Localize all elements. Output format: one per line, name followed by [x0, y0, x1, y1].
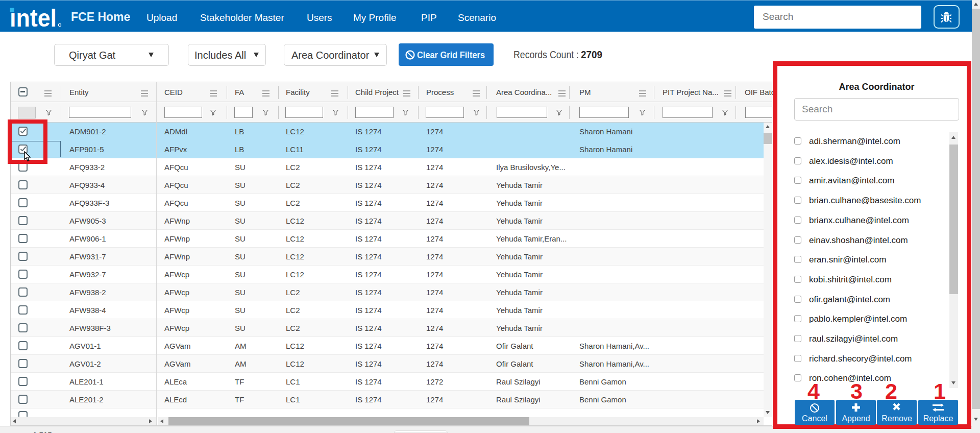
svg-text:Records Count :: Records Count :	[513, 49, 579, 60]
svg-text:2709: 2709	[581, 49, 602, 60]
svg-text:Clear Grid Filters: Clear Grid Filters	[417, 50, 485, 60]
svg-text:ıntel: ıntel	[10, 5, 57, 30]
